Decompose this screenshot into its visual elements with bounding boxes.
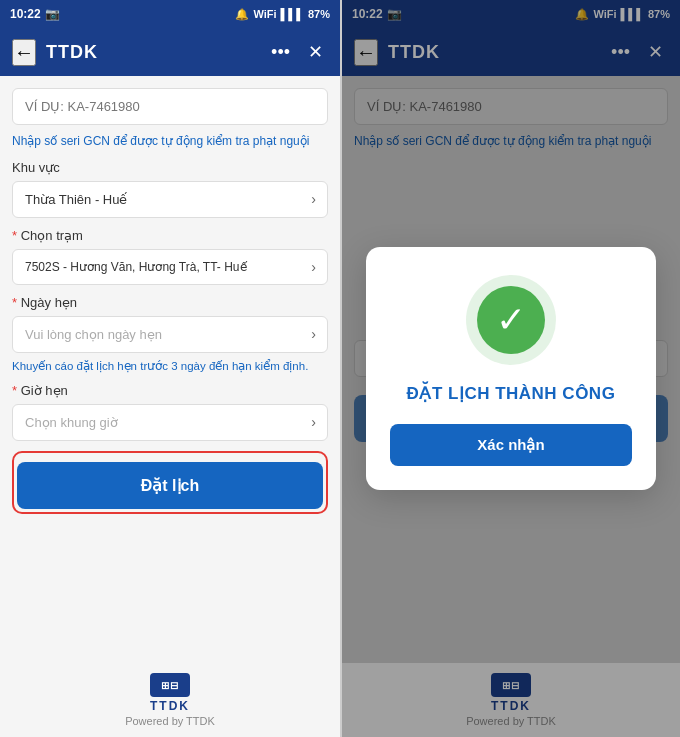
success-circle-outer: ✓ xyxy=(466,275,556,365)
footer-logo-left: ⊞⊟ TTDK Powered by TTDK xyxy=(10,673,330,727)
ngay-hen-wrapper-left: Vui lòng chọn ngày hẹn › xyxy=(12,316,328,353)
footer-logo-text-left: TTDK xyxy=(150,699,190,713)
battery-left: 87% xyxy=(308,8,330,20)
close-button-left[interactable]: ✕ xyxy=(303,39,328,65)
vr-glasses-icon-left: ⊞⊟ xyxy=(161,680,179,691)
right-screen: 10:22 📷 🔔 WiFi ▌▌▌ 87% ← TTDK ••• ✕ Nhập… xyxy=(340,0,680,737)
header-title-left: TTDK xyxy=(46,42,256,63)
warning-text-left: Khuyến cáo đặt lịch hẹn trước 3 ngày đến… xyxy=(12,359,328,373)
gio-hen-wrapper-left: Chọn khung giờ › xyxy=(12,404,328,441)
success-modal: ✓ ĐẶT LỊCH THÀNH CÔNG Xác nhận xyxy=(366,247,656,490)
more-button-left[interactable]: ••• xyxy=(266,40,295,65)
header-actions-left: ••• ✕ xyxy=(266,39,328,65)
khu-vuc-select-left[interactable]: Thừa Thiên - Huế xyxy=(12,181,328,218)
back-button-left[interactable]: ← xyxy=(12,39,36,66)
chon-tram-wrapper-left: 7502S - Hương Văn, Hương Trà, TT- Huế › xyxy=(12,249,328,285)
header-left: ← TTDK ••• ✕ xyxy=(0,28,340,76)
success-modal-overlay: ✓ ĐẶT LỊCH THÀNH CÔNG Xác nhận xyxy=(342,0,680,737)
xac-nhan-button[interactable]: Xác nhận xyxy=(390,424,632,466)
ngay-hen-label-left: Ngày hẹn xyxy=(12,295,328,310)
signal-icon: ▌▌▌ xyxy=(281,8,304,20)
form-left: Nhập số seri GCN để được tự động kiểm tr… xyxy=(0,76,340,663)
gcn-hint-left: Nhập số seri GCN để được tự động kiểm tr… xyxy=(12,133,328,150)
left-screen: 10:22 📷 🔔 WiFi ▌▌▌ 87% ← TTDK ••• ✕ Nhập… xyxy=(0,0,340,737)
footer-powered-left: Powered by TTDK xyxy=(125,715,215,727)
dat-lich-wrapper-left: Đặt lịch xyxy=(12,451,328,514)
time-left: 10:22 xyxy=(10,7,41,21)
gio-hen-label-left: Giờ hẹn xyxy=(12,383,328,398)
status-bar-left: 10:22 📷 🔔 WiFi ▌▌▌ 87% xyxy=(0,0,340,28)
dat-lich-button-left[interactable]: Đặt lịch xyxy=(17,462,323,509)
chon-tram-label-left: Chọn trạm xyxy=(12,228,328,243)
camera-icon: 📷 xyxy=(45,7,60,21)
khu-vuc-label-left: Khu vực xyxy=(12,160,328,175)
gio-hen-select-left[interactable]: Chọn khung giờ xyxy=(12,404,328,441)
wifi-icon: WiFi xyxy=(253,8,276,20)
footer-left: ⊞⊟ TTDK Powered by TTDK xyxy=(0,663,340,737)
alarm-icon: 🔔 xyxy=(235,8,249,21)
ttdk-logo-icon-left: ⊞⊟ xyxy=(150,673,190,697)
checkmark-icon: ✓ xyxy=(496,302,526,338)
chon-tram-select-left[interactable]: 7502S - Hương Văn, Hương Trà, TT- Huế xyxy=(12,249,328,285)
ngay-hen-select-left[interactable]: Vui lòng chọn ngày hẹn xyxy=(12,316,328,353)
gcn-input-left[interactable] xyxy=(12,88,328,125)
success-title: ĐẶT LỊCH THÀNH CÔNG xyxy=(407,383,616,404)
khu-vuc-wrapper-left: Thừa Thiên - Huế › xyxy=(12,181,328,218)
status-icons-left: 🔔 WiFi ▌▌▌ 87% xyxy=(235,8,330,21)
status-time-left: 10:22 📷 xyxy=(10,7,60,21)
success-circle-inner: ✓ xyxy=(477,286,545,354)
